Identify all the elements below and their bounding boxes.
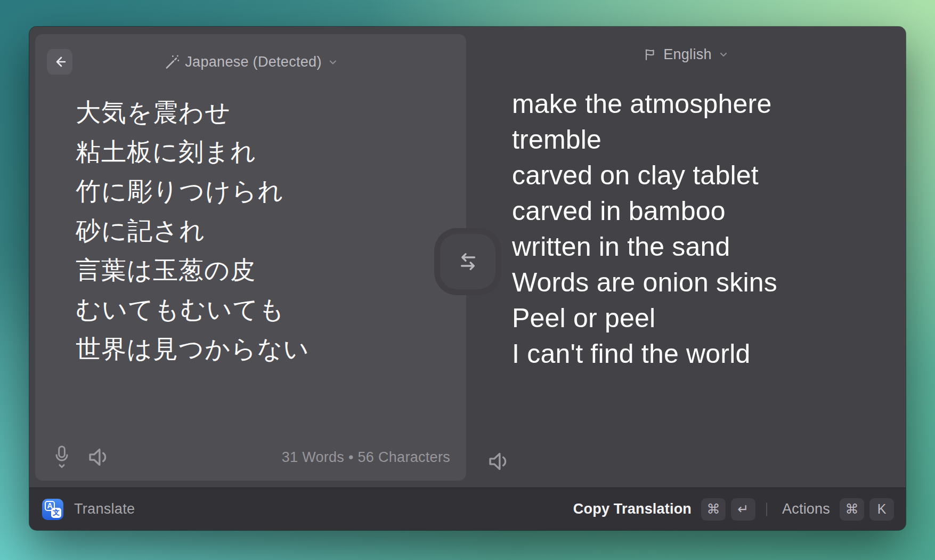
back-button[interactable] [47, 49, 72, 75]
flag-icon [643, 47, 657, 61]
text-line: Words are onion skins [512, 265, 853, 301]
word-count: 31 Words • 56 Characters [282, 449, 450, 466]
text-line: 竹に彫りつけられ [76, 172, 450, 211]
text-line: I can't find the world [512, 336, 853, 372]
text-line: make the atmosphere tremble [512, 86, 853, 158]
translate-app-icon: A 文 [42, 499, 63, 520]
command-key-badge: ⌘ [701, 498, 726, 521]
target-language-selector[interactable]: English [466, 30, 906, 79]
swap-arrows-icon [454, 248, 481, 275]
text-line: carved on clay tablet [512, 158, 853, 193]
text-line: 砂に記され [76, 211, 450, 250]
source-text[interactable]: 大気を震わせ粘土板に刻まれ竹に彫りつけられ砂に記され言葉は玉葱の皮むいてもむいて… [76, 93, 450, 369]
target-panel: English make the atmosphere tremblecarve… [466, 27, 906, 488]
actions-menu-button[interactable]: Actions [782, 501, 830, 517]
text-line: 大気を震わせ [76, 93, 450, 132]
k-key-badge: K [869, 498, 894, 521]
app-icon-cjk-glyph: 文 [51, 508, 61, 518]
target-language-label: English [663, 46, 712, 63]
desktop: { "window": { "source": { "back_icon": "… [0, 0, 935, 560]
microphone-icon[interactable] [53, 445, 70, 469]
copy-translation-button[interactable]: Copy Translation [573, 501, 692, 517]
magic-wand-icon [163, 54, 179, 70]
chevron-down-icon [718, 49, 729, 60]
source-language-selector[interactable]: Japanese (Detected) [163, 54, 338, 70]
source-language-label: Japanese (Detected) [185, 54, 321, 70]
return-key-badge: ↵ [731, 498, 755, 521]
swap-languages-button[interactable] [440, 234, 495, 289]
source-toolbar: 31 Words • 56 Characters [53, 444, 450, 470]
translate-window: Japanese (Detected) 大気を震わせ粘土板に刻まれ竹に彫りつけら… [29, 27, 906, 530]
text-line: carved in bamboo [512, 193, 853, 229]
target-toolbar [487, 451, 511, 472]
footer-actions: Copy Translation ⌘ ↵ Actions ⌘ K [573, 498, 894, 521]
translate-main: Japanese (Detected) 大気を震わせ粘土板に刻まれ竹に彫りつけら… [29, 27, 906, 488]
speak-translation-icon[interactable] [487, 451, 511, 472]
text-line: 言葉は玉葱の皮 [76, 250, 450, 290]
text-line: written in the sand [512, 229, 853, 265]
text-line: Peel or peel [512, 301, 853, 336]
action-bar: A 文 Translate Copy Translation ⌘ ↵ Actio… [29, 488, 906, 530]
translation-text: make the atmosphere tremblecarved on cla… [512, 86, 853, 372]
text-line: 世界は見つからない [76, 329, 450, 369]
footer-divider [766, 502, 767, 516]
chevron-down-icon [328, 56, 338, 67]
app-name: Translate [74, 501, 135, 517]
back-arrow-icon [52, 54, 67, 69]
command-key-badge: ⌘ [840, 498, 864, 521]
text-line: むいてもむいても [76, 290, 450, 329]
source-header: Japanese (Detected) [35, 37, 466, 86]
text-line: 粘土板に刻まれ [76, 132, 450, 172]
app-identity: A 文 Translate [42, 499, 135, 520]
speak-source-icon[interactable] [87, 447, 111, 467]
source-panel: Japanese (Detected) 大気を震わせ粘土板に刻まれ竹に彫りつけら… [35, 34, 466, 481]
